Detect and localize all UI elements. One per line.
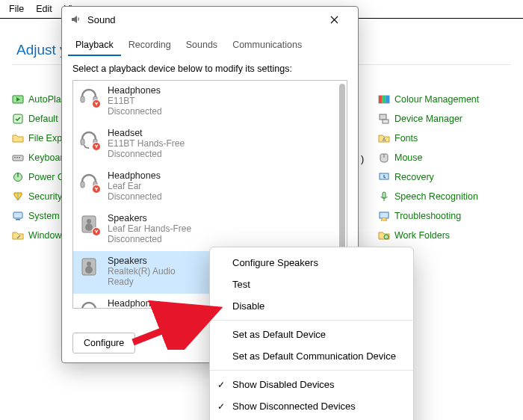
sound-icon xyxy=(69,13,81,25)
cp-item-label: Mouse xyxy=(394,152,423,163)
svg-rect-15 xyxy=(383,120,389,123)
headphones-icon xyxy=(78,85,100,108)
mouse-icon xyxy=(378,152,390,164)
menu-item-label: Set as Default Device xyxy=(232,329,326,340)
cp-item-fonts[interactable]: AFonts xyxy=(378,129,479,148)
check-icon: ✓ xyxy=(217,380,225,390)
cp-item-label: Work Folders xyxy=(394,230,450,241)
folder-icon xyxy=(12,132,24,144)
headphones-icon xyxy=(78,298,100,309)
cp-item-label: Troubleshooting xyxy=(394,211,461,221)
menu-item-label: Test xyxy=(232,279,250,290)
device-name: Headphones xyxy=(108,170,162,181)
menu-edit[interactable]: Edit xyxy=(30,1,58,16)
svg-rect-30 xyxy=(81,182,84,188)
menu-show-disconnected-devices[interactable]: ✓Show Disconnected Devices xyxy=(210,395,413,417)
svg-point-36 xyxy=(85,223,93,231)
hint-text: Select a playback device below to modify… xyxy=(62,56,358,80)
power-icon xyxy=(12,171,24,183)
device-sub: Leaf Ear Hands-Free xyxy=(108,223,191,234)
cp-item-colour-management[interactable]: Colour Management xyxy=(378,90,479,109)
device-text: SpeakersRealtek(R) AudioReady xyxy=(108,256,176,287)
svg-rect-13 xyxy=(386,96,389,103)
svg-rect-20 xyxy=(380,212,389,218)
tab-sounds[interactable]: Sounds xyxy=(179,35,225,56)
trouble-icon xyxy=(378,210,390,222)
menu-item-label: Set as Default Communication Device xyxy=(232,350,396,362)
autoplay-icon xyxy=(12,93,24,105)
cp-item-label: Colour Management xyxy=(394,94,479,105)
menu-separator xyxy=(210,370,413,371)
cp-item-mouse[interactable]: Mouse xyxy=(378,148,479,167)
context-menu: Configure SpeakersTestDisableSet as Defa… xyxy=(209,247,414,420)
titlebar[interactable]: Sound xyxy=(62,7,358,32)
system-icon xyxy=(12,210,24,222)
device-row[interactable]: HeadsetE11BT Hands-FreeDisconnected xyxy=(73,123,338,166)
title-text: Sound xyxy=(87,14,116,25)
svg-point-21 xyxy=(384,235,389,239)
device-row[interactable]: SpeakersLeaf Ear Hands-FreeDisconnected xyxy=(73,209,338,251)
headphones-icon xyxy=(78,170,100,193)
colour-icon xyxy=(378,93,390,105)
svg-point-41 xyxy=(85,266,93,274)
svg-point-40 xyxy=(87,262,91,266)
tab-communications[interactable]: Communications xyxy=(225,35,309,56)
device-row[interactable]: HeadphonesLeaf EarDisconnected xyxy=(73,166,338,209)
device-status: Disconnected xyxy=(108,191,162,202)
device-sub: E11BT Hands-Free xyxy=(108,138,185,149)
scrollbar-thumb[interactable] xyxy=(339,84,345,272)
cp-item-troubleshooting[interactable]: Troubleshooting xyxy=(378,206,479,226)
device-text: HeadphonesRealtek(R) AudioNot plugged in xyxy=(108,298,176,309)
cp-item-device-manager[interactable]: Device Manager xyxy=(378,109,479,129)
device-text: HeadsetE11BT Hands-FreeDisconnected xyxy=(108,128,185,159)
tab-playback[interactable]: Playback xyxy=(68,35,121,56)
svg-rect-22 xyxy=(81,96,84,102)
menu-item-label: Disable xyxy=(232,300,264,312)
fonts-icon: A xyxy=(378,132,390,144)
svg-rect-9 xyxy=(16,219,20,220)
menu-item-label: Show Disconnected Devices xyxy=(232,401,356,412)
device-text: HeadphonesLeaf EarDisconnected xyxy=(108,170,162,202)
check-icon: ✓ xyxy=(217,401,225,412)
svg-rect-5 xyxy=(19,157,20,158)
menu-item-label: Show Disabled Devices xyxy=(232,379,335,390)
tabs: Playback Recording Sounds Communications xyxy=(62,32,358,56)
security-icon xyxy=(12,191,24,203)
speakers-icon xyxy=(78,256,100,278)
menu-set-as-default-device[interactable]: Set as Default Device xyxy=(210,324,413,345)
headset-icon xyxy=(78,128,100,150)
menu-item-label: Configure Speakers xyxy=(232,257,318,268)
cp-column-right: Colour ManagementDevice ManagerAFontsMou… xyxy=(378,90,479,245)
device-status: Disconnected xyxy=(108,149,185,159)
device-icon xyxy=(378,113,390,125)
cp-item-label: Recovery xyxy=(394,172,434,182)
device-status: Disconnected xyxy=(108,234,191,244)
menu-file[interactable]: File xyxy=(3,1,30,16)
cp-item-speech-recognition[interactable]: Speech Recognition xyxy=(378,187,479,206)
configure-button[interactable]: Configure xyxy=(72,333,135,353)
menu-disable[interactable]: Disable xyxy=(210,295,413,317)
menu-show-disabled-devices[interactable]: ✓Show Disabled Devices xyxy=(210,374,413,395)
device-name: Headset xyxy=(108,128,185,138)
svg-rect-19 xyxy=(383,192,386,198)
device-name: Speakers xyxy=(108,256,176,266)
svg-text:A: A xyxy=(383,137,386,142)
stray-text: ) xyxy=(361,154,364,164)
device-sub: Realtek(R) Audio xyxy=(108,266,176,277)
menu-test[interactable]: Test xyxy=(210,274,413,295)
device-text: HeadphonesE11BTDisconnected xyxy=(108,85,162,117)
close-icon xyxy=(330,16,338,24)
close-button[interactable] xyxy=(318,9,350,30)
cp-item-recovery[interactable]: Recovery xyxy=(378,167,479,187)
menu-configure-speakers[interactable]: Configure Speakers xyxy=(210,252,413,274)
device-row[interactable]: HeadphonesE11BTDisconnected xyxy=(73,81,338,123)
work-icon xyxy=(378,229,390,241)
cp-item-work-folders[interactable]: Work Folders xyxy=(378,226,479,245)
device-name: Headphones xyxy=(108,298,176,309)
tab-recording[interactable]: Recording xyxy=(121,35,179,56)
svg-rect-4 xyxy=(16,157,18,158)
tools-icon xyxy=(12,229,24,241)
device-name: Headphones xyxy=(108,85,162,96)
svg-point-35 xyxy=(87,219,91,223)
menu-set-as-default-communication-device[interactable]: Set as Default Communication Device xyxy=(210,345,413,367)
